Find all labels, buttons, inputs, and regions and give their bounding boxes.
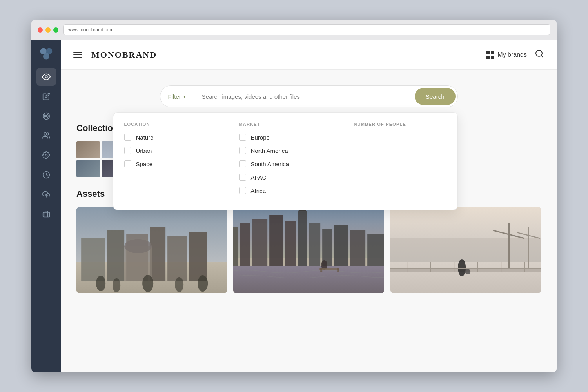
svg-rect-30 — [233, 266, 384, 293]
filter-label-space: Space — [136, 161, 153, 167]
sidebar-item-eye[interactable] — [36, 68, 56, 86]
target-icon — [42, 112, 50, 120]
hamburger-menu[interactable] — [73, 52, 82, 58]
traffic-lights — [38, 27, 58, 33]
svg-point-27 — [175, 277, 183, 292]
filter-label-europe: Europe — [251, 134, 270, 141]
browser-content: MONOBRAND My brands — [31, 40, 557, 372]
people-title: NUMBER OF PEOPLE — [354, 122, 446, 127]
asset-image-nyc — [233, 207, 384, 293]
header: MONOBRAND My brands — [61, 40, 557, 70]
filter-option-europe[interactable]: Europe — [239, 134, 332, 141]
hamburger-line — [73, 52, 82, 53]
search-bar: Filter ▾ Search — [160, 85, 458, 107]
sidebar-item-edit[interactable] — [36, 87, 56, 105]
checkbox-africa[interactable] — [239, 187, 246, 194]
svg-point-26 — [142, 275, 153, 292]
filter-option-africa[interactable]: Africa — [239, 187, 332, 194]
sidebar-logo — [36, 44, 56, 64]
checkbox-europe[interactable] — [239, 134, 246, 141]
svg-point-23 — [124, 239, 152, 253]
sidebar — [31, 40, 61, 372]
minimize-button[interactable] — [45, 27, 51, 33]
svg-rect-58 — [390, 268, 541, 269]
svg-rect-41 — [334, 225, 348, 266]
checkbox-apac[interactable] — [239, 174, 246, 181]
logo-text: MONOBRAND — [91, 50, 157, 60]
filter-section-people: NUMBER OF PEOPLE — [343, 113, 457, 210]
checkbox-urban[interactable] — [124, 147, 131, 154]
filter-label-nature: Nature — [136, 134, 154, 141]
checkbox-nature[interactable] — [124, 134, 131, 141]
filter-label-apac: APAC — [251, 174, 267, 181]
asset-item-3[interactable] — [390, 207, 541, 293]
svg-rect-34 — [252, 219, 267, 266]
svg-point-3 — [45, 76, 47, 78]
melbourne-scene — [76, 207, 227, 293]
svg-rect-49 — [390, 262, 541, 293]
svg-point-25 — [113, 278, 120, 292]
logo-icon — [39, 47, 53, 61]
asset-item-1[interactable] — [76, 207, 227, 293]
search-icon — [535, 49, 544, 58]
filter-section-market: MARKET Europe North America — [228, 113, 343, 210]
svg-rect-50 — [390, 238, 541, 262]
search-input[interactable] — [194, 93, 415, 100]
filter-option-apac[interactable]: APAC — [239, 174, 332, 181]
search-icon-header[interactable] — [535, 49, 544, 61]
grid-cell — [486, 51, 490, 54]
asset-item-2[interactable] — [233, 207, 384, 293]
grid-cell — [491, 56, 495, 60]
coast-scene — [390, 207, 541, 293]
filter-button[interactable]: Filter ▾ — [160, 86, 194, 107]
svg-rect-20 — [167, 236, 187, 281]
grid-icon — [486, 51, 494, 59]
briefcase-icon — [42, 210, 50, 218]
svg-rect-47 — [337, 268, 339, 272]
svg-rect-43 — [367, 234, 384, 266]
filter-option-south-america[interactable]: South America — [239, 160, 332, 167]
sidebar-item-share[interactable] — [36, 185, 56, 203]
browser-window: www.monobrand.com — [31, 20, 557, 372]
filter-option-space[interactable]: Space — [124, 160, 217, 167]
sidebar-item-settings[interactable] — [36, 146, 56, 164]
sidebar-item-briefcase[interactable] — [36, 205, 56, 223]
filter-option-north-america[interactable]: North America — [239, 147, 332, 154]
collection-item-1[interactable] — [76, 141, 100, 158]
edit-icon — [42, 93, 50, 100]
svg-rect-37 — [298, 211, 307, 266]
sidebar-item-people[interactable] — [36, 127, 56, 145]
checkbox-north-america[interactable] — [239, 147, 246, 154]
fullscreen-button[interactable] — [53, 27, 58, 33]
search-button[interactable]: Search — [415, 88, 456, 105]
filter-option-urban[interactable]: Urban — [124, 147, 217, 154]
svg-rect-11 — [43, 212, 49, 217]
people-icon — [42, 132, 50, 140]
svg-rect-17 — [107, 230, 124, 281]
svg-point-12 — [536, 50, 542, 56]
hamburger-line — [73, 54, 82, 55]
header-right: My brands — [486, 49, 544, 61]
filter-option-nature[interactable]: Nature — [124, 134, 217, 141]
asset-image-melbourne — [76, 207, 227, 293]
sidebar-item-target[interactable] — [36, 107, 56, 125]
sidebar-nav — [31, 68, 61, 223]
clock-icon — [42, 171, 50, 179]
svg-rect-16 — [81, 238, 105, 281]
market-title: MARKET — [239, 122, 332, 127]
grid-cell — [491, 51, 495, 54]
svg-point-24 — [96, 276, 105, 291]
svg-rect-33 — [240, 223, 250, 266]
svg-rect-36 — [285, 221, 296, 266]
asset-image-coast — [390, 207, 541, 293]
svg-point-28 — [198, 275, 208, 292]
my-brands-button[interactable]: My brands — [486, 51, 527, 59]
settings-icon — [42, 151, 50, 159]
close-button[interactable] — [38, 27, 43, 33]
checkbox-south-america[interactable] — [239, 160, 246, 167]
checkbox-space[interactable] — [124, 160, 131, 167]
sidebar-item-clock[interactable] — [36, 166, 56, 184]
address-bar[interactable]: www.monobrand.com — [63, 24, 550, 35]
collection-item-3[interactable] — [76, 160, 100, 177]
share-icon — [42, 191, 50, 198]
